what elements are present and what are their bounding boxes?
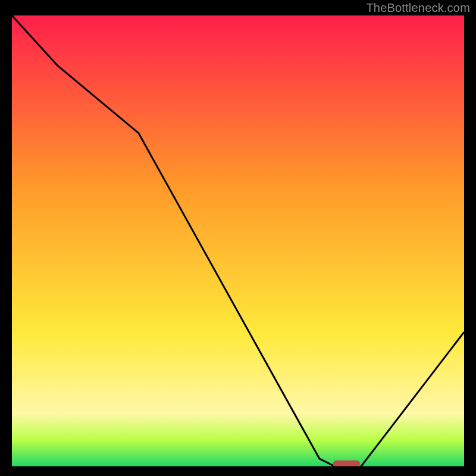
watermark-text: TheBottleneck.com (366, 1, 470, 15)
plot-area (12, 15, 464, 468)
chart-stage: TheBottleneck.com (0, 0, 476, 476)
chart-svg (12, 15, 464, 468)
